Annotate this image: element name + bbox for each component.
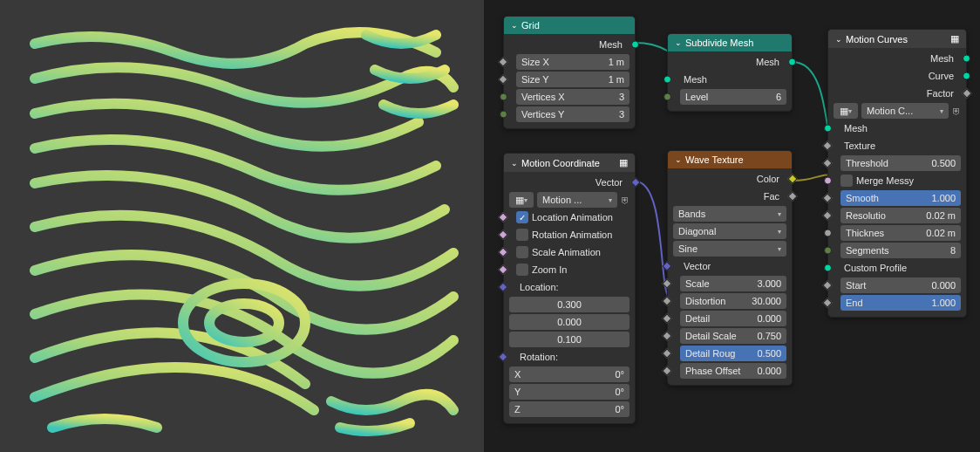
socket-verts-y[interactable]	[500, 111, 507, 119]
field-thickness[interactable]: Thicknes0.02 m	[840, 225, 961, 241]
socket-scale-anim[interactable]	[498, 247, 507, 257]
field-loc-y[interactable]: 0.000	[509, 314, 630, 330]
output-curve-label: Curve	[929, 71, 954, 81]
field-segments[interactable]: Segments8	[840, 243, 961, 258]
field-rot-z[interactable]: Z0°	[509, 401, 630, 417]
node-title: Grid	[521, 20, 540, 31]
node-title: Motion Coordinate	[521, 158, 600, 168]
dropdown-profile[interactable]: Sine▾	[673, 241, 786, 257]
socket-color-out[interactable]	[787, 174, 797, 183]
socket-level[interactable]	[664, 93, 671, 101]
node-header[interactable]: ⌄ Motion Curves ▦	[828, 30, 966, 48]
field-detail[interactable]: Detail0.000	[680, 311, 786, 326]
socket-size-y[interactable]	[498, 74, 507, 84]
viewport-3d[interactable]	[0, 0, 484, 452]
field-resolution[interactable]: Resolutio0.02 m	[840, 208, 961, 223]
socket-texture[interactable]	[822, 140, 832, 150]
field-loc-z[interactable]: 0.100	[509, 332, 630, 347]
socket-factor-out[interactable]	[962, 88, 971, 98]
node-header[interactable]: ⌄ Grid	[504, 17, 635, 34]
checkbox-merge[interactable]	[840, 175, 853, 187]
field-distortion[interactable]: Distortion30.000	[680, 293, 786, 309]
node-motion-curves[interactable]: ⌄ Motion Curves ▦ Mesh Curve Factor ▦▾ M…	[827, 29, 967, 318]
label-rot-anim: Rotation Animation	[532, 229, 612, 240]
socket-location[interactable]	[498, 282, 507, 291]
dropdown-direction[interactable]: Diagonal▾	[673, 223, 786, 239]
socket-profile[interactable]	[824, 264, 832, 272]
field-phase[interactable]: Phase Offset0.000	[680, 363, 786, 379]
node-header[interactable]: ⌄ Subdivide Mesh	[668, 34, 792, 51]
socket-rot-anim[interactable]	[498, 229, 507, 239]
field-smooth[interactable]: Smooth1.000	[840, 190, 961, 206]
node-editor[interactable]: ⌄ Grid Mesh Size X1 m Size Y1 m Vertices…	[484, 0, 980, 452]
socket-threshold[interactable]	[822, 158, 832, 168]
node-header[interactable]: ⌄ Motion Coordinate ▦	[504, 154, 635, 172]
socket-mesh-out[interactable]	[788, 58, 796, 66]
input-mesh-label: Mesh	[680, 72, 711, 86]
checkbox-rot-anim[interactable]	[516, 229, 528, 241]
socket-rotation[interactable]	[498, 352, 507, 361]
socket-verts-x[interactable]	[500, 93, 507, 101]
preset-icon-button[interactable]: ▦▾	[834, 103, 858, 119]
socket-zoom-in[interactable]	[498, 264, 507, 274]
field-loc-x[interactable]: 0.300	[509, 297, 630, 312]
socket-merge[interactable]	[824, 177, 832, 185]
socket-detail-scale[interactable]	[662, 331, 671, 340]
checkbox-loc-anim[interactable]: ✓	[516, 211, 528, 223]
socket-mesh-in[interactable]	[664, 76, 671, 84]
shield-icon[interactable]: ⛨	[621, 195, 630, 205]
socket-mesh-in[interactable]	[824, 125, 832, 133]
node-options-icon[interactable]: ▦	[950, 33, 959, 45]
output-factor-label: Factor	[927, 88, 954, 99]
checkbox-zoom-in[interactable]	[516, 264, 528, 276]
socket-detail[interactable]	[662, 313, 671, 323]
label-texture: Texture	[840, 139, 879, 153]
field-end[interactable]: End1.000	[840, 295, 961, 311]
socket-fac-out[interactable]	[787, 191, 797, 201]
socket-segments[interactable]	[824, 247, 832, 255]
label-merge: Merge Messy	[856, 175, 914, 186]
checkbox-scale-anim[interactable]	[516, 246, 528, 258]
socket-smooth[interactable]	[822, 193, 832, 202]
node-motion-coordinates[interactable]: ⌄ Motion Coordinate ▦ Vector ▦▾ Motion .…	[503, 153, 636, 424]
socket-thickness[interactable]	[824, 229, 832, 237]
field-rot-y[interactable]: Y0°	[509, 384, 630, 400]
preset-dropdown[interactable]: Motion C...▾	[861, 103, 949, 119]
node-header[interactable]: ⌄ Wave Texture	[668, 151, 792, 168]
node-wave-texture[interactable]: ⌄ Wave Texture Color Fac Bands▾ Diagonal…	[667, 150, 793, 386]
field-scale[interactable]: Scale3.000	[680, 276, 786, 291]
socket-mesh-out[interactable]	[963, 55, 970, 63]
node-title: Wave Texture	[685, 154, 744, 165]
socket-mesh-out[interactable]	[631, 41, 639, 49]
field-detail-rough[interactable]: Detail Roug0.500	[680, 346, 786, 361]
socket-end[interactable]	[822, 298, 832, 307]
socket-vector-out[interactable]	[630, 177, 640, 187]
field-size-y[interactable]: Size Y1 m	[516, 72, 630, 87]
socket-size-x[interactable]	[498, 57, 507, 66]
socket-resolution[interactable]	[822, 210, 832, 220]
field-detail-scale[interactable]: Detail Scale0.750	[680, 328, 786, 344]
field-threshold[interactable]: Threshold0.500	[840, 155, 961, 171]
socket-detail-rough[interactable]	[662, 348, 671, 358]
preset-icon-button[interactable]: ▦▾	[509, 192, 534, 208]
node-grid[interactable]: ⌄ Grid Mesh Size X1 m Size Y1 m Vertices…	[503, 16, 636, 129]
socket-scale[interactable]	[662, 278, 671, 288]
label-loc-anim: Location Animation	[532, 212, 613, 223]
socket-distortion[interactable]	[662, 296, 671, 305]
preset-dropdown[interactable]: Motion ...▾	[537, 192, 617, 208]
socket-phase[interactable]	[662, 366, 671, 375]
socket-start[interactable]	[822, 280, 832, 290]
field-size-x[interactable]: Size X1 m	[516, 54, 630, 70]
field-verts-x[interactable]: Vertices X3	[516, 89, 630, 105]
node-subdivide-mesh[interactable]: ⌄ Subdivide Mesh Mesh Mesh Level6	[667, 33, 793, 112]
socket-loc-anim[interactable]	[498, 212, 507, 222]
socket-curve-out[interactable]	[963, 72, 970, 80]
field-verts-y[interactable]: Vertices Y3	[516, 106, 630, 122]
field-rot-x[interactable]: X0°	[509, 366, 630, 382]
field-start[interactable]: Start0.000	[840, 277, 961, 293]
node-options-icon[interactable]: ▦	[619, 157, 628, 168]
field-level[interactable]: Level6	[680, 89, 786, 105]
dropdown-type[interactable]: Bands▾	[673, 206, 786, 222]
socket-vector-in[interactable]	[662, 261, 671, 271]
shield-icon[interactable]: ⛨	[952, 106, 961, 116]
